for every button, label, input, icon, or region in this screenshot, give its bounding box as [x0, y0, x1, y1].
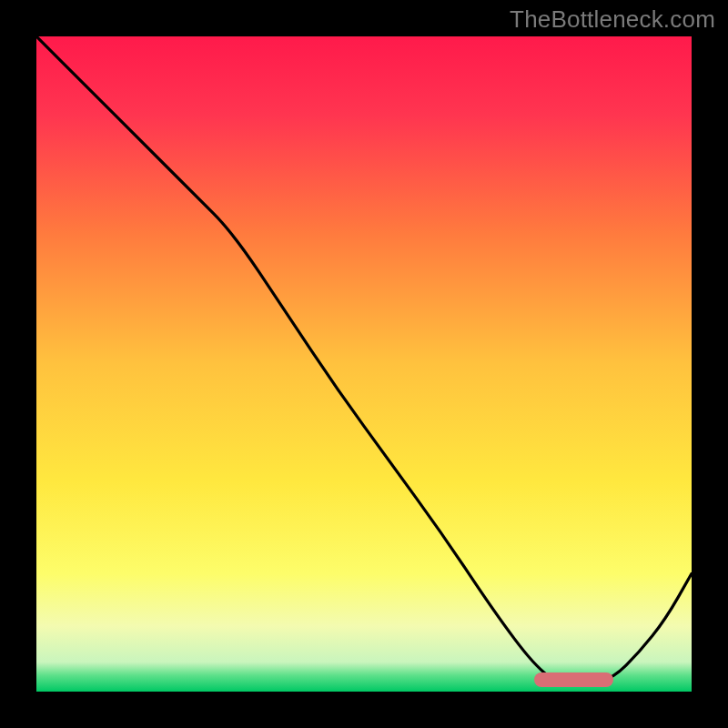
optimal-range-marker [534, 672, 612, 687]
plot-area [36, 36, 692, 692]
curve-layer [36, 36, 692, 692]
watermark-text: TheBottleneck.com [510, 5, 715, 34]
chart-stage: TheBottleneck.com [0, 0, 728, 728]
curve-line [36, 36, 692, 685]
